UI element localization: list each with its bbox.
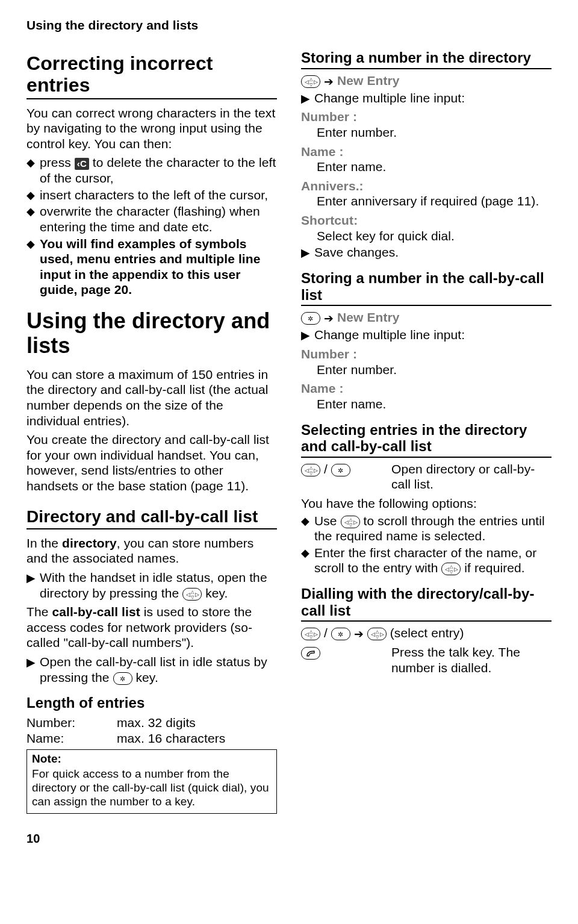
cbc-key-icon: ✲ <box>113 672 132 685</box>
heading-store-dir: Storing a number in the directory <box>301 49 552 69</box>
bullet-icon: ◆ <box>26 204 40 234</box>
heading-correcting: Correcting incorrect entries <box>26 53 277 99</box>
svg-text:▷: ▷ <box>314 467 318 473</box>
svg-text:▽: ▽ <box>309 471 313 475</box>
svg-text:◁: ◁ <box>371 631 375 637</box>
right-column: Storing a number in the directory ◁△▽▷ ➔… <box>301 49 552 814</box>
running-head: Using the directory and lists <box>26 18 552 33</box>
nav-key-icon: ◁△▽▷ <box>301 464 320 476</box>
talk-key <box>301 645 391 675</box>
svg-text:△: △ <box>309 77 313 81</box>
svg-text:▽: ▽ <box>309 635 313 639</box>
bullet-examples: You will find examples of symbols used, … <box>40 236 277 298</box>
heading-store-cbc: Storing a number in the call-by-call lis… <box>301 270 552 306</box>
directory-desc: In the directory, you can store numbers … <box>26 535 277 566</box>
dial-sequence: ◁△▽▷ / ✲ ➔ ◁△▽▷ (select entry) <box>301 625 552 641</box>
field-number-value: Enter number. <box>301 125 552 140</box>
save-changes: Save changes. <box>314 245 552 260</box>
svg-text:▽: ▽ <box>191 595 194 599</box>
svg-text:◁: ◁ <box>445 566 449 572</box>
arrow-icon: ➔ <box>354 628 364 640</box>
field-anniv-label: Annivers.: <box>301 178 552 194</box>
bullet-insert: insert characters to the left of the cur… <box>40 187 277 203</box>
cbc-key-icon: ✲ <box>331 464 350 476</box>
step-icon: ▶ <box>301 245 314 260</box>
heading-directory: Directory and call-by-call list <box>26 507 277 529</box>
nav-key-icon: ◁△▽▷ <box>441 563 461 575</box>
note-heading: Note: <box>32 752 272 766</box>
correcting-intro: You can correct wrong characters in the … <box>26 105 277 152</box>
svg-text:▽: ▽ <box>309 83 313 87</box>
cbc-key-icon: ✲ <box>301 312 320 325</box>
svg-text:✲: ✲ <box>308 315 313 322</box>
length-number-label: Number: <box>26 715 117 731</box>
bullet-icon: ◆ <box>26 187 40 203</box>
svg-text:△: △ <box>191 590 194 594</box>
select-open: Open directory or call-by-call list. <box>391 461 552 492</box>
field-name-label-cbc: Name : <box>301 381 552 396</box>
arrow-icon: ➔ <box>324 312 334 325</box>
field-anniv-value: Enter anniversary if required (page 11). <box>301 193 552 209</box>
heading-dialling: Dialling with the directory/call-by-call… <box>301 585 552 622</box>
nav-key-icon: ◁△▽▷ <box>182 588 202 601</box>
bullet-icon: ◆ <box>26 236 40 298</box>
svg-text:△: △ <box>309 466 313 470</box>
field-name-value-cbc: Enter name. <box>301 396 552 412</box>
bullet-icon: ◆ <box>301 513 314 544</box>
step-icon: ▶ <box>26 570 40 601</box>
svg-text:▷: ▷ <box>314 631 318 637</box>
nav-key-icon: ◁△▽▷ <box>367 628 387 640</box>
change-multi: Change multiple line input: <box>314 90 552 106</box>
select-key-combo: ◁△▽▷ / ✲ <box>301 461 391 492</box>
bullet-icon: ◆ <box>26 155 40 186</box>
note-body: For quick access to a number from the di… <box>32 767 272 808</box>
svg-text:▷: ▷ <box>353 519 358 525</box>
svg-text:△: △ <box>349 517 353 522</box>
nav-key-icon: ◁△▽▷ <box>301 75 320 88</box>
bullet-delete: press ‹C to delete the character to the … <box>40 155 277 186</box>
field-name-value: Enter name. <box>301 159 552 175</box>
step-icon: ▶ <box>301 90 314 106</box>
bullet-overwrite: overwrite the character (flashing) when … <box>40 204 277 234</box>
svg-text:✲: ✲ <box>338 631 343 638</box>
heading-selecting: Selecting entries in the directory and c… <box>301 422 552 458</box>
svg-text:▽: ▽ <box>376 635 379 639</box>
svg-text:▷: ▷ <box>195 592 199 598</box>
page-number: 10 <box>26 832 552 846</box>
length-name-value: max. 16 characters <box>117 731 277 746</box>
dial-talk: Press the talk key. The number is dialle… <box>391 645 552 675</box>
field-number-label: Number : <box>301 109 552 125</box>
svg-text:△: △ <box>376 629 379 634</box>
svg-text:▽: ▽ <box>450 570 453 574</box>
heading-length: Length of entries <box>26 695 277 711</box>
svg-text:▽: ▽ <box>349 523 353 527</box>
field-number-value-cbc: Enter number. <box>301 362 552 378</box>
bullet-icon: ◆ <box>301 545 314 576</box>
svg-text:◁: ◁ <box>344 519 349 525</box>
svg-text:△: △ <box>309 629 313 634</box>
svg-text:✲: ✲ <box>338 467 343 474</box>
cbc-desc: The call-by-call list is used to store t… <box>26 604 277 651</box>
left-column: Correcting incorrect entries You can cor… <box>26 49 277 814</box>
svg-text:▷: ▷ <box>314 79 318 85</box>
create-lists: You create the directory and call-by-cal… <box>26 432 277 493</box>
open-directory: With the handset in idle status, open th… <box>40 570 277 601</box>
talk-key-icon <box>301 647 320 660</box>
svg-text:◁: ◁ <box>305 467 309 473</box>
field-shortcut-value: Select key for quick dial. <box>301 228 552 244</box>
field-name-label: Name : <box>301 144 552 160</box>
step-icon: ▶ <box>301 327 314 343</box>
select-scroll: Use ◁△▽▷ to scroll through the entries u… <box>314 513 552 544</box>
select-options: You have the following options: <box>301 496 552 511</box>
change-multi-cbc: Change multiple line input: <box>314 327 552 343</box>
nav-key-icon: ◁△▽▷ <box>301 628 320 640</box>
svg-text:◁: ◁ <box>305 79 309 85</box>
field-number-label-cbc: Number : <box>301 346 552 362</box>
open-cbc: Open the call-by-call list in idle statu… <box>40 654 277 685</box>
arrow-icon: ➔ <box>324 75 334 87</box>
length-number-value: max. 32 digits <box>117 715 277 731</box>
clear-key-icon: ‹C <box>75 158 89 170</box>
cbc-key-icon: ✲ <box>331 628 350 640</box>
svg-text:▷: ▷ <box>454 566 458 572</box>
note-box: Note: For quick access to a number from … <box>26 749 277 814</box>
